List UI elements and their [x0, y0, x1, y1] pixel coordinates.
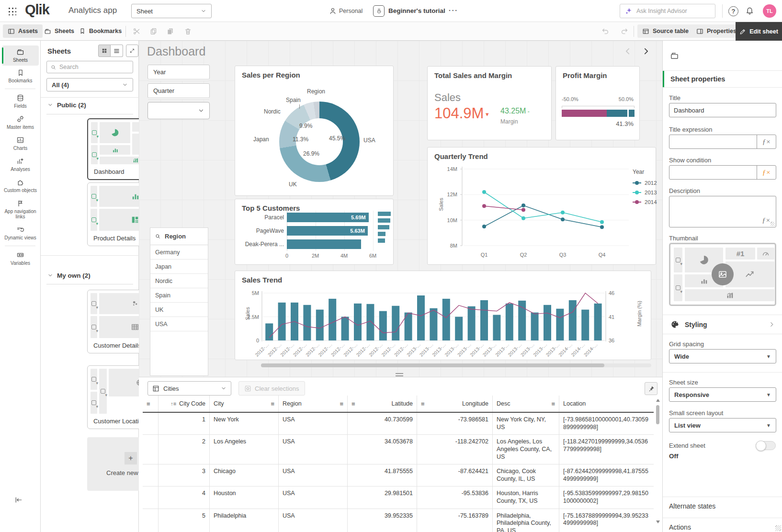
user-avatar[interactable]: TL [763, 4, 776, 18]
bookmarks-tab[interactable]: Bookmarks [74, 24, 126, 38]
table-cell[interactable]: USA [278, 464, 347, 487]
title-expression-field[interactable]: ƒ× [669, 135, 776, 149]
filter-quarter[interactable]: Quarter [147, 83, 210, 98]
table-cell[interactable] [143, 413, 158, 435]
app-name-breadcrumb[interactable]: Beginner's tutorial [388, 7, 445, 14]
nav-item-app-navigation-links[interactable]: App navigation links [2, 197, 39, 222]
table-row[interactable]: 3ChicagoUSA41.875555-87.624421Chicago, C… [143, 464, 654, 487]
copy-icon[interactable] [149, 27, 158, 35]
table-cell[interactable]: Philadelphia [209, 509, 278, 532]
nav-item-bookmarks[interactable]: Bookmarks [2, 67, 39, 86]
table-cell[interactable]: New York [209, 413, 278, 435]
cities-dimension-selector[interactable]: Cities [147, 381, 231, 396]
row-menu-header[interactable]: ≡ [143, 396, 158, 412]
chart-minimap[interactable] [378, 212, 391, 250]
col-header-longitude[interactable]: ≡Longitude [417, 396, 492, 412]
scroll-down-icon[interactable] [656, 520, 660, 524]
table-cell[interactable]: -118.242702 [417, 435, 492, 464]
table-row[interactable]: 2Los AngelesUSA34.053678-118.242702Los A… [143, 435, 654, 464]
table-cell[interactable]: [-87.62442099999998,41.875554999999999] [559, 464, 654, 487]
legend-entry[interactable]: 2013 [633, 190, 657, 195]
table-cell[interactable] [143, 464, 158, 487]
col-header-region[interactable]: Region≡ [278, 396, 347, 412]
delete-icon[interactable] [184, 27, 192, 35]
col-header-location[interactable]: Location [559, 396, 654, 412]
app-menu-icon[interactable] [8, 7, 16, 15]
table-cell[interactable] [143, 509, 158, 532]
notifications-bell-icon[interactable] [745, 6, 754, 15]
table-cell[interactable]: 41.875555 [347, 464, 417, 487]
sheet-view-selector[interactable]: Sheet [131, 4, 212, 18]
expression-editor-icon[interactable]: ƒ× [757, 166, 776, 179]
line-chart[interactable]: 14M12M10M8MQ1Q2Q3Q4 [428, 147, 657, 265]
panel-resize-grip[interactable] [775, 525, 781, 531]
filter-year[interactable]: Year [147, 65, 210, 79]
bar[interactable] [287, 239, 361, 249]
nav-item-variables[interactable]: Variables [2, 249, 39, 269]
chart-sales-trend[interactable]: Sales Trend 5M2.5M04641362012-…2012-…201… [235, 271, 651, 360]
resize-grip[interactable] [771, 222, 775, 226]
source-table-button[interactable]: Source table [637, 24, 693, 38]
nav-item-charts[interactable]: Charts [2, 134, 39, 154]
scroll-up-icon[interactable] [656, 398, 660, 402]
table-cell[interactable]: New York City, NY, US [492, 413, 559, 435]
title-input[interactable] [669, 103, 776, 117]
nav-item-custom-objects[interactable]: Custom objects [2, 176, 39, 196]
filter-value[interactable]: UK [150, 303, 208, 317]
legend-entry[interactable]: 2012 [633, 180, 657, 186]
table-cell[interactable]: USA [278, 509, 347, 532]
col-header-desc[interactable]: Desc≡ [492, 396, 559, 412]
filterpane-header[interactable]: Region [150, 228, 208, 245]
table-cell[interactable]: 34.053678 [347, 435, 417, 464]
sheet-search[interactable] [46, 61, 133, 73]
clear-selections-button[interactable]: Clear selections [238, 381, 305, 396]
donut-chart[interactable] [279, 102, 360, 182]
insight-advisor-search[interactable] [620, 4, 715, 18]
bar[interactable]: 5.63M [287, 226, 368, 236]
table-cell[interactable]: USA [278, 487, 347, 509]
assets-tab[interactable]: Assets [3, 24, 43, 38]
table-cell[interactable]: 4 [158, 487, 209, 509]
cut-icon[interactable] [133, 27, 141, 35]
horizontal-scrollbar[interactable] [261, 363, 651, 367]
col-header-city-code[interactable]: ↑≡City Code [158, 396, 209, 412]
help-icon[interactable]: ? [728, 6, 738, 16]
properties-button[interactable]: Properties [691, 24, 741, 38]
table-cell[interactable]: [-75.16378899999994,39.952334999999998] [559, 509, 654, 532]
legend-entry[interactable]: 2014 [633, 199, 657, 205]
redo-icon[interactable] [620, 27, 629, 35]
extend-sheet-toggle[interactable] [756, 441, 776, 450]
table-cell[interactable]: USA [278, 435, 347, 464]
table-row[interactable]: 5PhiladelphiaUSA39.952335-75.163789Phila… [143, 509, 654, 532]
table-cell[interactable]: USA [278, 413, 347, 435]
styling-section[interactable]: Styling [663, 315, 782, 334]
scrollbar-thumb[interactable] [656, 405, 659, 424]
filter-value[interactable]: Nordic [150, 274, 208, 288]
edit-sheet-button[interactable]: Edit sheet [736, 22, 782, 41]
sheet-icon[interactable] [670, 51, 679, 60]
chart-quarterly-trend[interactable]: Quarterly Trend 14M12M10M8MQ1Q2Q3Q4 Sale… [427, 147, 656, 265]
section-resize-handle[interactable] [396, 373, 403, 376]
table-cell[interactable]: 40.730599 [347, 413, 417, 435]
next-sheet-icon[interactable] [642, 47, 650, 56]
sheet-filter-dropdown[interactable]: All (4) [46, 78, 133, 91]
show-condition-field[interactable]: ƒ× [669, 165, 776, 180]
expression-editor-icon[interactable]: ƒ× [757, 135, 776, 148]
table-cell[interactable]: Chicago [209, 464, 278, 487]
undo-icon[interactable] [601, 27, 610, 35]
table-cell[interactable]: 2 [158, 435, 209, 464]
change-thumbnail-icon[interactable] [712, 263, 734, 285]
pin-selections-icon[interactable] [645, 382, 657, 395]
table-cell[interactable]: Los Angeles, Los Angeles County, CA, US [492, 435, 559, 464]
table-cell[interactable]: [-118.24270199999999,34.053677999999998] [559, 435, 654, 464]
table-cell[interactable]: -75.163789 [417, 509, 492, 532]
previous-sheet-icon[interactable] [623, 47, 632, 56]
filter-dropdown[interactable] [147, 102, 210, 119]
sheet-size-select[interactable]: Responsive▼ [669, 387, 776, 402]
scrollbar-thumb[interactable] [261, 363, 604, 367]
chart-top-5-customers[interactable]: Top 5 Customers Paracel5.69M PageWave5.6… [235, 199, 394, 265]
nav-item-master-items[interactable]: Master items [2, 113, 39, 133]
table-cell[interactable]: -73.986581 [417, 413, 492, 435]
sheets-tab[interactable]: Sheets [39, 24, 79, 38]
table-cell[interactable]: 1 [158, 413, 209, 435]
